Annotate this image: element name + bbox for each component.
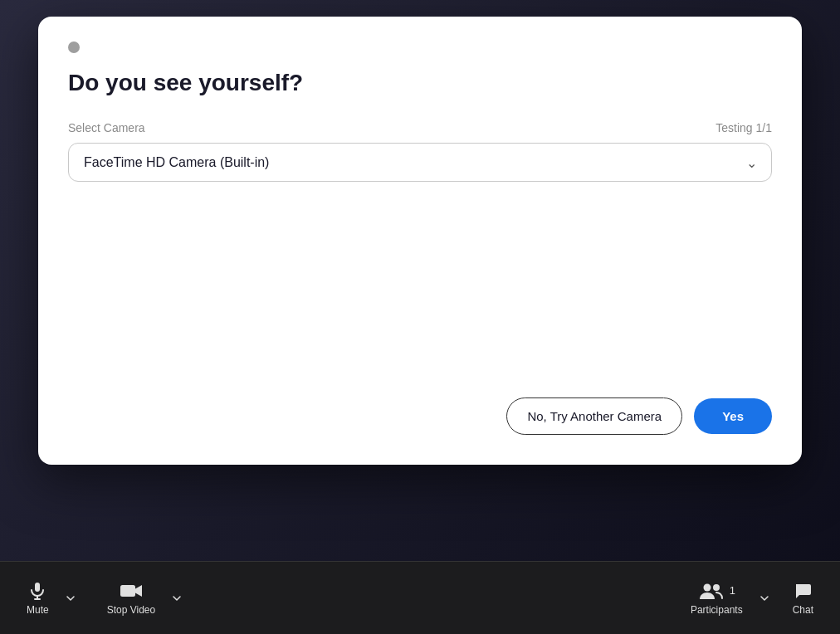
stop-video-label: Stop Video: [107, 604, 156, 616]
modal-body: Select Camera Testing 1/1 FaceTime HD Ca…: [68, 121, 772, 182]
participants-label: Participants: [691, 604, 743, 616]
svg-point-5: [713, 584, 720, 591]
mute-group: Mute: [17, 574, 81, 622]
camera-select-wrapper[interactable]: FaceTime HD Camera (Built-in) ⌄: [68, 143, 772, 182]
modal-backdrop: Do you see yourself? Select Camera Testi…: [0, 0, 840, 561]
participants-count: 1: [730, 584, 735, 597]
participants-group: 1 Participants: [681, 574, 774, 622]
svg-point-4: [703, 583, 711, 591]
modal-footer: No, Try Another Camera Yes: [68, 397, 772, 435]
participants-button[interactable]: 1 Participants: [681, 574, 753, 622]
camera-select[interactable]: FaceTime HD Camera (Built-in): [68, 143, 772, 182]
participants-chevron-button[interactable]: [755, 590, 774, 607]
video-chevron-button[interactable]: [167, 590, 187, 607]
video-group: Stop Video: [97, 574, 188, 622]
participants-icon: [698, 581, 725, 601]
camera-preview-area: [68, 198, 772, 381]
camera-label: Select Camera: [68, 121, 145, 134]
stop-video-button[interactable]: Stop Video: [97, 574, 166, 622]
camera-check-modal: Do you see yourself? Select Camera Testi…: [38, 17, 802, 465]
close-dot[interactable]: [68, 41, 80, 53]
no-try-another-button[interactable]: No, Try Another Camera: [506, 397, 682, 435]
yes-button[interactable]: Yes: [694, 398, 772, 434]
chat-label: Chat: [793, 604, 813, 616]
svg-rect-0: [35, 583, 40, 592]
mute-chevron-button[interactable]: [61, 590, 81, 607]
chat-icon: [793, 581, 813, 601]
testing-label: Testing 1/1: [715, 121, 772, 134]
mute-label: Mute: [27, 604, 49, 616]
microphone-icon: [27, 581, 47, 601]
chat-button[interactable]: Chat: [783, 574, 823, 622]
modal-title: Do you see yourself?: [68, 70, 772, 96]
camera-icon: [120, 581, 143, 601]
camera-row-header: Select Camera Testing 1/1: [68, 121, 772, 134]
mute-button[interactable]: Mute: [17, 574, 59, 622]
toolbar: Mute Stop Video: [0, 561, 840, 634]
svg-rect-3: [120, 585, 135, 597]
